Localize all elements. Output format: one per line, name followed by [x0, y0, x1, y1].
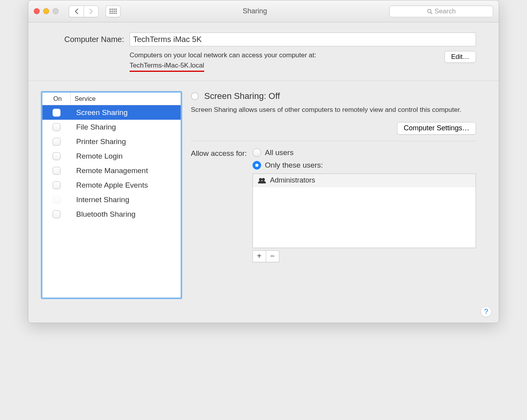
zoom-window-button: [53, 8, 59, 14]
allow-access-label: Allow access for:: [191, 148, 247, 158]
divider: [191, 141, 476, 141]
checkbox-icon: [53, 152, 60, 160]
service-row-printer-sharing[interactable]: Printer Sharing: [42, 134, 181, 149]
service-label: Remote Login: [71, 152, 123, 161]
service-row-remote-apple-events[interactable]: Remote Apple Events: [42, 178, 181, 192]
body: On Service Screen SharingFile SharingPri…: [28, 81, 499, 306]
list-rows: Screen SharingFile SharingPrinter Sharin…: [42, 105, 181, 298]
close-window-button[interactable]: [34, 8, 40, 14]
service-checkbox[interactable]: [42, 210, 71, 218]
status-indicator-icon: [191, 92, 199, 100]
service-label: Remote Management: [71, 166, 148, 175]
minimize-window-button[interactable]: [43, 8, 49, 14]
chevron-right-icon: [89, 9, 93, 14]
svg-point-3: [262, 178, 265, 181]
checkbox-icon: [53, 210, 60, 218]
service-row-internet-sharing[interactable]: Internet Sharing: [42, 192, 181, 207]
user-name: Administrators: [270, 176, 315, 184]
services-panel: On Service Screen SharingFile SharingPri…: [41, 91, 182, 299]
radio-all-users[interactable]: All users: [253, 148, 476, 157]
search-container: Search: [389, 5, 493, 17]
checkbox-icon: [53, 181, 60, 189]
add-user-button[interactable]: +: [253, 250, 266, 262]
search-field[interactable]: Search: [389, 5, 493, 17]
search-placeholder: Search: [435, 7, 456, 15]
hostname: TechTerms-iMac-5K.local: [130, 60, 204, 72]
window-controls: [34, 8, 59, 14]
detail-panel: Screen Sharing: Off Screen Sharing allow…: [191, 91, 476, 299]
user-row[interactable]: Administrators: [253, 174, 476, 187]
service-label: Remote Apple Events: [71, 181, 148, 190]
computer-name-input[interactable]: [130, 33, 476, 46]
edit-hostname-button[interactable]: Edit…: [445, 51, 476, 63]
service-checkbox[interactable]: [42, 109, 71, 117]
service-checkbox[interactable]: [42, 167, 71, 175]
window-title: Sharing: [124, 7, 385, 15]
service-row-file-sharing[interactable]: File Sharing: [42, 120, 181, 134]
services-list[interactable]: On Service Screen SharingFile SharingPri…: [41, 91, 182, 299]
hostname-hint: Computers on your local network can acce…: [130, 50, 437, 72]
service-status-title: Screen Sharing: Off: [204, 91, 280, 101]
service-label: File Sharing: [71, 123, 116, 131]
radio-only-these-users[interactable]: Only these users:: [253, 161, 476, 170]
chevron-left-icon: [74, 9, 79, 14]
svg-line-1: [430, 12, 432, 14]
service-label: Printer Sharing: [71, 137, 126, 146]
checkbox-icon: [53, 123, 60, 131]
users-list[interactable]: Administrators: [253, 173, 476, 248]
svg-point-2: [259, 178, 262, 181]
forward-button[interactable]: [84, 5, 99, 17]
users-group-icon: [258, 177, 266, 184]
service-checkbox[interactable]: [42, 123, 71, 131]
checkbox-icon: [53, 138, 60, 146]
show-all-button[interactable]: [106, 5, 121, 17]
list-header: On Service: [42, 93, 181, 105]
service-checkbox[interactable]: [42, 181, 71, 189]
nav-group: [69, 5, 99, 17]
service-row-bluetooth-sharing[interactable]: Bluetooth Sharing: [42, 207, 181, 221]
service-checkbox[interactable]: [42, 138, 71, 146]
service-label: Screen Sharing: [71, 108, 128, 117]
service-row-remote-login[interactable]: Remote Login: [42, 149, 181, 163]
computer-name-label: Computer Name:: [51, 35, 130, 44]
column-on: On: [42, 93, 71, 105]
back-button[interactable]: [69, 5, 84, 17]
service-checkbox[interactable]: [42, 196, 71, 204]
service-row-screen-sharing[interactable]: Screen Sharing: [42, 105, 181, 120]
service-label: Bluetooth Sharing: [71, 210, 135, 219]
radio-icon: [253, 148, 261, 157]
footer: ?: [28, 306, 499, 323]
titlebar: Sharing Search: [28, 0, 499, 22]
service-description: Screen Sharing allows users of other com…: [191, 105, 476, 115]
service-checkbox[interactable]: [42, 152, 71, 160]
computer-settings-button[interactable]: Computer Settings…: [397, 122, 476, 135]
remove-user-button[interactable]: −: [266, 250, 279, 262]
checkbox-icon: [53, 109, 60, 117]
checkbox-icon: [53, 196, 60, 204]
computer-name-section: Computer Name: Computers on your local n…: [28, 22, 499, 81]
checkbox-icon: [53, 167, 60, 175]
service-row-remote-management[interactable]: Remote Management: [42, 163, 181, 178]
grid-icon: [110, 9, 117, 14]
help-button[interactable]: ?: [481, 306, 492, 317]
sharing-preferences-window: Sharing Search Computer Name: Computers …: [28, 0, 499, 323]
column-service: Service: [71, 95, 95, 102]
search-icon: [427, 9, 432, 14]
service-label: Internet Sharing: [71, 195, 129, 204]
radio-selected-icon: [253, 161, 261, 170]
